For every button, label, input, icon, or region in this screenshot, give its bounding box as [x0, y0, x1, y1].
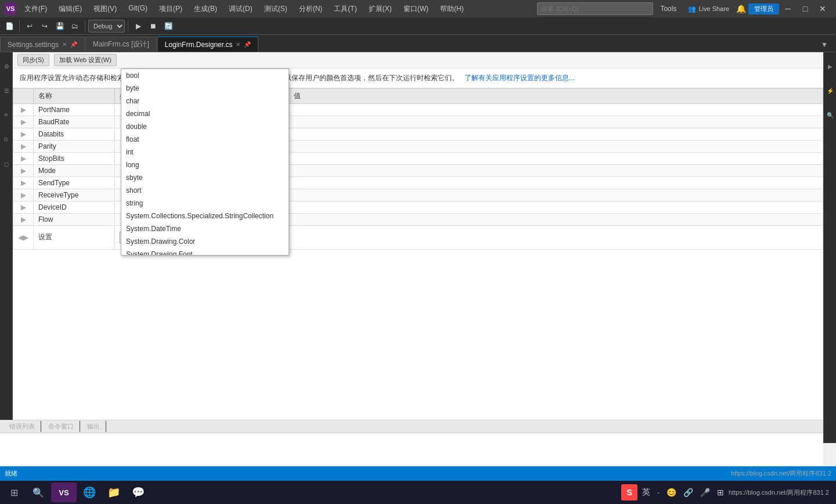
toolbar-refresh[interactable]: 🔄 — [161, 19, 175, 33]
live-share-button[interactable]: 👥 Live Share — [683, 4, 734, 14]
toolbar-save[interactable]: 💾 — [53, 19, 67, 33]
menu-window[interactable]: 窗口(W) — [399, 3, 433, 15]
row-value-0[interactable] — [289, 103, 823, 116]
add-web-button[interactable]: 加载 Web 设置(W) — [54, 54, 117, 66]
tab-command-window[interactable]: 命令窗口 — [42, 421, 80, 432]
side-icon-5[interactable]: ◻ — [1, 152, 12, 175]
tab-settings[interactable]: Settings.settings ✕ 📌 — [0, 37, 85, 52]
dropdown-item[interactable]: int — [121, 146, 289, 159]
sync-button[interactable]: 同步(S) — [17, 54, 49, 66]
dropdown-item[interactable]: sbyte — [121, 171, 289, 184]
tab-output[interactable]: 输出 — [81, 421, 106, 432]
side-icon-4[interactable]: ⊙ — [1, 128, 12, 151]
right-icon-2[interactable]: ⚡ — [824, 79, 836, 102]
row-name-3[interactable]: Parity — [34, 140, 115, 152]
dropdown-item[interactable]: double — [121, 120, 289, 133]
type-dropdown[interactable]: boolbytechardecimaldoublefloatintlongsby… — [121, 69, 289, 255]
taskbar-app3[interactable]: 📁 — [102, 482, 125, 503]
dropdown-item[interactable]: System.Drawing.Color — [121, 235, 289, 248]
dropdown-item[interactable]: decimal — [121, 107, 289, 120]
close-button[interactable]: ✕ — [814, 0, 831, 17]
row-value-2[interactable] — [289, 128, 823, 140]
row-value-9[interactable] — [289, 213, 823, 225]
row-name-0[interactable]: PortName — [34, 103, 115, 116]
row-value-8[interactable] — [289, 201, 823, 213]
dropdown-item[interactable]: float — [121, 133, 289, 146]
row-value-1[interactable] — [289, 116, 823, 128]
row-value-7[interactable] — [289, 189, 823, 201]
menu-edit[interactable]: 编辑(E) — [54, 3, 87, 15]
row-value-3[interactable] — [289, 140, 823, 152]
toolbar-new[interactable]: 📄 — [2, 19, 16, 33]
menu-build[interactable]: 生成(B) — [189, 3, 222, 15]
taskbar-mic[interactable]: 🎤 — [698, 487, 712, 498]
row-name-8[interactable]: DeviceID — [34, 201, 115, 213]
taskbar-app5[interactable]: ⊞ — [715, 487, 726, 498]
dropdown-item[interactable]: System.Collections.Specialized.StringCol… — [121, 210, 289, 222]
menu-file[interactable]: 文件(F) — [20, 3, 52, 15]
menu-git[interactable]: Git(G) — [124, 3, 152, 15]
menu-extend[interactable]: 扩展(X) — [364, 3, 397, 15]
right-icon-3[interactable]: 🔍 — [824, 103, 836, 127]
row-name-2[interactable]: Databits — [34, 128, 115, 140]
row-name-9[interactable]: Flow — [34, 213, 115, 225]
toolbar-start[interactable]: ▶ — [131, 19, 145, 33]
side-icon-3[interactable]: ≡ — [1, 103, 12, 127]
taskbar-emoji[interactable]: 😊 — [664, 487, 679, 498]
tab-loginfrm[interactable]: LoginFrm.Designer.cs ✕ 📌 — [157, 37, 259, 52]
taskbar-app4[interactable]: 💬 — [127, 482, 150, 503]
dropdown-item[interactable]: char — [121, 95, 289, 107]
menu-help[interactable]: 帮助(H) — [435, 3, 469, 15]
tab-loginfrm-pin[interactable]: 📌 — [244, 41, 251, 48]
new-row-value[interactable] — [289, 225, 823, 249]
menu-view[interactable]: 视图(V) — [89, 3, 121, 15]
dropdown-item[interactable]: System.Drawing.Font — [121, 248, 289, 255]
notification-icon[interactable]: 🔔 — [734, 4, 748, 13]
dropdown-item[interactable]: System.DateTime — [121, 222, 289, 235]
row-value-5[interactable] — [289, 164, 823, 177]
taskbar-lang[interactable]: 英 — [640, 486, 653, 499]
status-ready[interactable]: 就绪 — [5, 469, 17, 478]
dropdown-item[interactable]: string — [121, 197, 289, 210]
taskbar-start[interactable]: ⊞ — [2, 482, 26, 503]
menu-debug[interactable]: 调试(D) — [224, 3, 257, 15]
menu-test[interactable]: 测试(S) — [260, 3, 292, 15]
tab-settings-pin[interactable]: 📌 — [70, 41, 77, 48]
taskbar-search[interactable]: 🔍 — [27, 482, 50, 503]
maximize-button[interactable]: □ — [797, 0, 814, 17]
row-name-5[interactable]: Mode — [34, 164, 115, 177]
tab-error-list[interactable]: 错误列表 — [3, 421, 41, 432]
side-icon-2[interactable]: ☰ — [1, 79, 12, 102]
row-name-4[interactable]: StopBits — [34, 152, 115, 164]
taskbar-user[interactable]: 🔗 — [681, 487, 696, 498]
side-icon-1[interactable]: ⚙ — [1, 55, 12, 78]
menu-tools[interactable]: 工具(T) — [329, 3, 361, 15]
toolbar-save-all[interactable]: 🗂 — [68, 19, 82, 33]
taskbar-app2[interactable]: 🌐 — [78, 482, 101, 503]
row-name-7[interactable]: ReceiveType — [34, 189, 115, 201]
toolbar-undo[interactable]: ↩ — [23, 19, 37, 33]
tab-mainfrm[interactable]: MainFrm.cs [设计] — [85, 37, 157, 52]
dropdown-item[interactable]: byte — [121, 82, 289, 95]
dropdown-item[interactable]: long — [121, 159, 289, 171]
toolbar-stop[interactable]: ⏹ — [146, 19, 160, 33]
menu-project[interactable]: 项目(P) — [154, 3, 187, 15]
settings-desc-link[interactable]: 了解有关应用程序设置的更多信息... — [464, 74, 575, 82]
toolbar-redo[interactable]: ↪ — [38, 19, 52, 33]
minimize-button[interactable]: ─ — [779, 0, 797, 17]
row-name-6[interactable]: SendType — [34, 177, 115, 189]
menu-analyze[interactable]: 分析(N) — [294, 3, 327, 15]
right-icon-1[interactable]: ▶ — [824, 55, 836, 78]
toolbar-config-combo[interactable]: Debug — [88, 20, 125, 33]
search-input[interactable] — [537, 2, 653, 15]
dropdown-item[interactable]: short — [121, 184, 289, 197]
taskbar-vs-app[interactable]: VS — [51, 483, 77, 502]
admin-button[interactable]: 管理员 — [748, 3, 779, 15]
tab-loginfrm-close[interactable]: ✕ — [236, 41, 240, 48]
row-value-4[interactable] — [289, 152, 823, 164]
dropdown-item[interactable]: bool — [121, 69, 289, 82]
row-value-6[interactable] — [289, 177, 823, 189]
tab-overflow[interactable]: ▼ — [817, 38, 831, 52]
tab-settings-close[interactable]: ✕ — [62, 41, 67, 48]
new-row-name[interactable]: 设置 — [34, 225, 115, 249]
